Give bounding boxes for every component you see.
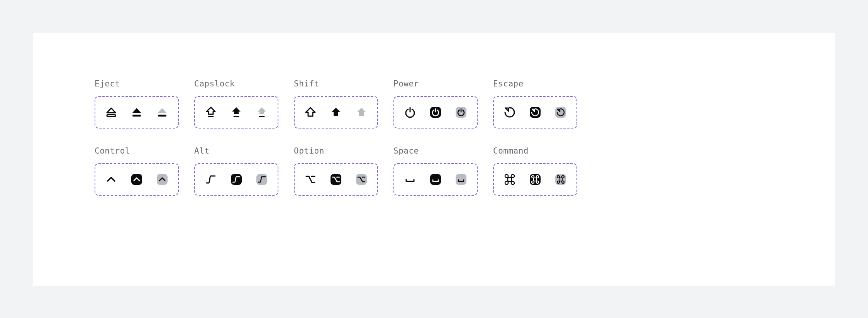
svg-rect-22 (430, 174, 441, 185)
alt-icon-filled (230, 173, 243, 186)
group-label: Eject (95, 79, 194, 88)
variants-box (393, 163, 478, 196)
alt-icon-tinted (255, 173, 268, 186)
control-icon-outline (105, 173, 118, 186)
command-icon-tinted (554, 173, 567, 186)
group-command: Command (493, 146, 593, 196)
variants-box (194, 96, 278, 129)
capslock-icon-outline (204, 106, 217, 119)
svg-rect-14 (157, 174, 168, 185)
group-label: Power (393, 79, 493, 88)
svg-rect-13 (131, 174, 142, 185)
svg-rect-25 (555, 174, 566, 185)
power-icon-tinted (454, 106, 468, 119)
variants-box (95, 96, 179, 129)
alt-icon-outline (204, 173, 217, 186)
option-icon-tinted (355, 173, 368, 186)
variants-box (393, 96, 478, 129)
svg-rect-1 (132, 115, 141, 117)
group-label: Shift (294, 79, 393, 88)
group-eject: Eject (95, 79, 194, 129)
icon-sheet: Eject Capslock (33, 33, 835, 286)
escape-icon-outline (503, 106, 516, 119)
svg-rect-23 (456, 174, 466, 185)
option-icon-outline (304, 173, 317, 186)
control-icon-tinted (156, 173, 169, 186)
group-label: Escape (493, 79, 593, 88)
icon-grid: Eject Capslock (95, 79, 593, 196)
group-label: Capslock (194, 79, 294, 88)
variants-box (95, 163, 179, 196)
group-option: Option (294, 146, 393, 196)
group-shift: Shift (294, 79, 393, 129)
command-icon-outline (503, 173, 516, 186)
escape-icon-tinted (554, 106, 567, 119)
capslock-icon-tinted (255, 106, 268, 119)
group-space: Space (393, 146, 493, 196)
group-label: Command (493, 146, 593, 156)
eject-icon-tinted (156, 106, 169, 119)
space-icon-tinted (454, 173, 468, 186)
space-icon-filled (429, 173, 442, 186)
escape-icon-filled (529, 106, 542, 119)
group-label: Option (294, 146, 393, 156)
option-icon-filled (329, 173, 342, 186)
variants-box (294, 96, 378, 129)
svg-rect-2 (158, 115, 166, 117)
group-alt: Alt (194, 146, 294, 196)
group-power: Power (393, 79, 493, 129)
power-icon-outline (403, 106, 417, 119)
eject-icon-outline (105, 106, 118, 119)
group-label: Control (95, 146, 194, 156)
variants-box (294, 163, 378, 196)
svg-rect-0 (107, 115, 115, 117)
svg-rect-16 (256, 174, 267, 185)
variants-box (493, 96, 577, 129)
svg-rect-24 (530, 174, 541, 185)
eject-icon-filled (130, 106, 143, 119)
group-label: Alt (194, 146, 294, 156)
control-icon-filled (130, 173, 143, 186)
shift-icon-outline (304, 106, 317, 119)
group-escape: Escape (493, 79, 593, 129)
svg-rect-15 (231, 174, 242, 185)
power-icon-filled (429, 106, 442, 119)
capslock-icon-filled (230, 106, 243, 119)
group-control: Control (95, 146, 194, 196)
shift-icon-filled (329, 106, 342, 119)
group-capslock: Capslock (194, 79, 294, 129)
space-icon-outline (403, 173, 417, 186)
shift-icon-tinted (355, 106, 368, 119)
group-label: Space (393, 146, 493, 156)
variants-box (194, 163, 278, 196)
variants-box (493, 163, 577, 196)
command-icon-filled (529, 173, 542, 186)
